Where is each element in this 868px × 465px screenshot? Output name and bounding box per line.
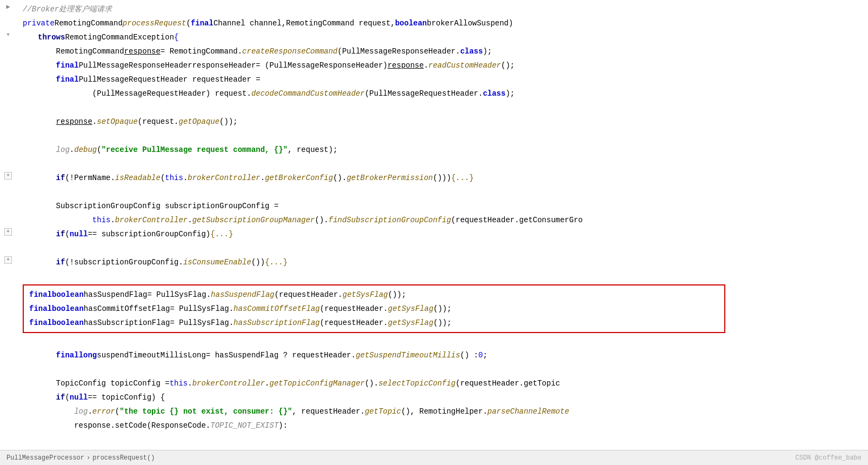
fold-button-19[interactable]: + [4, 256, 12, 264]
dot27: . [188, 376, 192, 390]
method-hassubflag23: hasSubscriptionFlag [233, 316, 320, 330]
end22: ()); [433, 302, 452, 316]
code-line-6: final PullMessageRequestHeader requestHe… [23, 72, 868, 87]
punct-paren1: ( [186, 16, 190, 30]
code-line-12 [23, 157, 868, 171]
code-line-15: SubscriptionGroupConfig subscriptionGrou… [23, 199, 868, 213]
field-brokerctrl13: brokerController [188, 171, 260, 185]
args-7: (PullMessageRequestHeader. [365, 87, 483, 101]
highlighted-section: final boolean hasSuspendFlag = PullSysFl… [23, 284, 725, 333]
method-getbrokerconfig13: getBrokerConfig [265, 171, 333, 185]
kw-boolean-21: boolean [52, 288, 84, 302]
dot13b: . [261, 171, 265, 185]
eq28: == topicConfig) { [88, 390, 165, 404]
chain16: . [188, 213, 192, 227]
method-getsysflag22: getSysFlag [388, 302, 433, 316]
margin-line-26 [0, 351, 16, 366]
breadcrumb-method: processRequest() [92, 454, 155, 462]
bottom-bar: PullMessageProcessor › processRequest() … [0, 450, 868, 465]
breadcrumb: PullMessageProcessor › processRequest() [6, 454, 155, 462]
field-brokerctrl27: brokerController [192, 376, 265, 390]
margin-line-2 [0, 14, 16, 28]
var-brokerallow: brokerAllowSuspend) [427, 16, 513, 30]
end-4: ); [483, 44, 492, 58]
margin-line-7 [0, 84, 16, 98]
number-0-25: 0 [478, 348, 483, 362]
var-subconfig19: subscriptionGroupConfig. [74, 255, 183, 269]
end21: ()); [388, 288, 406, 302]
args9: (request. [138, 115, 179, 129]
method-hassuspendflag21: hasSuspendFlag [211, 288, 275, 302]
margin-line-23 [0, 309, 16, 323]
var-hassuspendflag21: hasSuspendFlag [84, 288, 148, 302]
response30: response.setCode(ResponseCode. [74, 418, 210, 433]
paren13a: (! [65, 171, 74, 185]
code-line-27: TopicConfig topicConfig = this . brokerC… [23, 376, 868, 390]
kw-if-13: if [56, 171, 65, 185]
kw-final-5: final [56, 58, 79, 72]
code-line-30: response.setCode(ResponseCode. TOPIC_NOT… [23, 418, 868, 433]
type-header5: PullMessageResponseHeader [79, 58, 192, 72]
margin-line-13: + [0, 169, 16, 183]
indent-17 [38, 227, 56, 241]
type-subgroupconfig15: SubscriptionGroupConfig subscriptionGrou… [56, 199, 279, 213]
assign25: = hasSuspendFlag ? requestHeader. [206, 348, 356, 362]
class-permname: PermName. [74, 171, 115, 185]
var-response4: response [124, 44, 161, 58]
code-line-14 [23, 185, 868, 199]
watermark: CSDN @coffee_babe [796, 454, 862, 462]
margin-line-24 [0, 323, 16, 337]
indent-15 [38, 199, 56, 213]
fold-button-17[interactable]: + [4, 228, 12, 236]
dot-11: . [70, 143, 74, 157]
kw-null-28: null [70, 390, 88, 404]
dot-16: . [110, 213, 115, 227]
left-margin: ▶ ▼ [0, 0, 16, 450]
kw-boolean-23: boolean [52, 316, 84, 330]
code-content: ▶ ▼ [0, 0, 868, 450]
string-11: "receive PullMessage request command, {}… [102, 143, 288, 157]
type-channel: Channel channel, [213, 16, 286, 30]
args16: (requestHeader.getConsumerGro [451, 213, 583, 227]
method-selecttopicconfig27: selectTopicConfig [378, 376, 456, 390]
indent-6 [38, 72, 56, 87]
method-error29: error [92, 404, 115, 418]
margin-line-9 [0, 112, 16, 127]
type-rc4: RemotingCommand [56, 44, 124, 58]
code-line-26 [23, 362, 868, 376]
code-line-3: throws RemotingCommandException { [23, 30, 868, 44]
code-line-16: this . brokerController . getSubscriptio… [23, 213, 868, 227]
method-getsysflag23: getSysFlag [388, 316, 433, 330]
margin-line-25 [0, 337, 16, 351]
method-getopaque9: getOpaque [178, 115, 219, 129]
indent-13 [38, 171, 56, 185]
code-line-5: final PullMessageResponseHeader response… [23, 58, 868, 72]
end-5: (); [501, 58, 515, 72]
field-brokerctrl16: brokerController [115, 213, 188, 227]
folded-13: {...} [451, 171, 474, 185]
var-response5: response [388, 58, 424, 72]
args22: (requestHeader. [320, 302, 388, 316]
editor-container: ▶ ▼ [0, 0, 868, 465]
code-line-10 [23, 129, 868, 143]
method-createresponse: createResponseCommand [242, 44, 337, 58]
code-line-17: if ( null == subscriptionGroupConfig) {.… [23, 227, 868, 241]
margin-line-18 [0, 239, 16, 253]
method9: . [92, 115, 97, 129]
end-7: ); [505, 87, 515, 101]
kw-boolean-22: boolean [52, 302, 84, 316]
code-line-25: final long suspendTimeoutMillisLong = ha… [23, 348, 868, 362]
end13: ())) [433, 171, 451, 185]
method-setopaque9: setOpaque [97, 115, 138, 129]
method-hascommitflag22: hasCommitOffsetFlag [233, 302, 320, 316]
paren29: ( [115, 404, 119, 418]
method-decode7: decodeCommandCustomHeader [251, 87, 365, 101]
fold-button-13[interactable]: + [4, 172, 12, 180]
kw-final-1: final [191, 16, 213, 30]
args23: (requestHeader. [320, 316, 388, 330]
string-29: "the topic {} not exist, consumer: {}" [119, 404, 292, 418]
code-line-23: final boolean hasSubscriptionFlag = Pull… [29, 316, 719, 330]
method-getbrokerperm13: getBrokerPermission [346, 171, 433, 185]
method-getsuspendtimeout25: getSuspendTimeoutMillis [356, 348, 460, 362]
var-log11: log [56, 143, 70, 157]
